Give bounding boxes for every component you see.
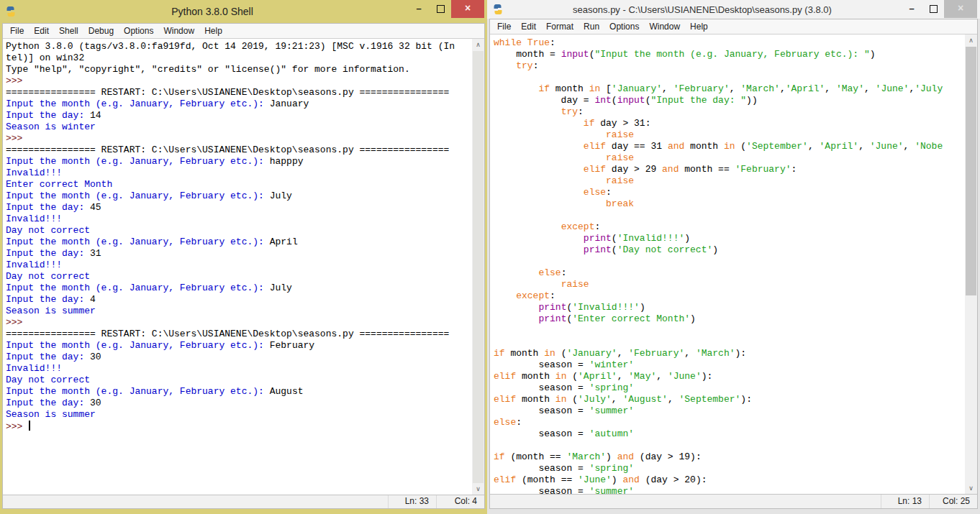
editor-text-area[interactable]: while True: month = input("Input the mon… bbox=[490, 35, 965, 495]
text-segment: if bbox=[494, 451, 505, 462]
code-line: while True: bbox=[494, 37, 965, 49]
text-segment: ( bbox=[555, 348, 567, 359]
text-segment: and bbox=[668, 141, 684, 152]
text-segment: ): bbox=[702, 371, 713, 382]
text-segment: : bbox=[594, 221, 600, 232]
text-segment: ================ RESTART: C:\Users\USIAN… bbox=[6, 329, 449, 339]
text-segment: , bbox=[617, 348, 629, 359]
text-segment: if bbox=[494, 348, 505, 359]
code-line: elif day > 29 and month == 'February': bbox=[494, 164, 965, 175]
code-line: elif month in ('April', 'May', 'June'): bbox=[494, 371, 965, 382]
text-segment: Day not correct bbox=[6, 375, 90, 385]
close-button[interactable]: × bbox=[944, 0, 977, 18]
text-segment: 'March' bbox=[696, 348, 735, 359]
maximize-button[interactable] bbox=[430, 0, 451, 18]
idle-icon[interactable] bbox=[5, 6, 17, 17]
text-segment: Input the day: bbox=[6, 202, 90, 213]
scrollbar-thumb[interactable] bbox=[966, 47, 976, 295]
shell-panel: FileEditShellDebugOptionsWindowHelp Pyth… bbox=[2, 23, 485, 509]
menu-item-edit[interactable]: Edit bbox=[29, 24, 54, 38]
text-segment: >>> bbox=[6, 133, 22, 144]
shell-line: ================ RESTART: C:\Users\USIAN… bbox=[6, 329, 472, 340]
shell-scrollbar[interactable]: ∧ ∨ bbox=[472, 39, 484, 495]
shell-line: Day not correct bbox=[6, 225, 472, 237]
shell-line: Input the month (e.g. January, February … bbox=[6, 191, 472, 202]
scrollbar-thumb[interactable] bbox=[473, 51, 484, 483]
code-line bbox=[494, 256, 965, 267]
idle-icon[interactable] bbox=[492, 4, 504, 15]
maximize-button[interactable] bbox=[922, 0, 944, 18]
scroll-up-icon[interactable]: ∧ bbox=[472, 39, 484, 51]
menu-item-format[interactable]: Format bbox=[541, 19, 579, 34]
minimize-button[interactable]: – bbox=[901, 0, 922, 18]
shell-line: Season is summer bbox=[6, 306, 472, 317]
minimize-button[interactable]: – bbox=[408, 0, 430, 18]
menu-item-file[interactable]: File bbox=[492, 19, 516, 34]
shell-line: Input the month (e.g. January, February … bbox=[6, 283, 472, 294]
text-segment: tel)] on win32 bbox=[6, 52, 84, 63]
text-segment bbox=[494, 106, 561, 117]
text-segment: "Input the month (e.g. January, February… bbox=[594, 49, 869, 60]
menu-item-help[interactable]: Help bbox=[685, 19, 713, 34]
text-segment: day = bbox=[494, 95, 594, 106]
shell-line: tel)] on win32 bbox=[6, 52, 472, 64]
code-line: if (month == 'March') and (day > 19): bbox=[494, 451, 965, 463]
text-segment bbox=[494, 152, 606, 163]
text-segment: day == 31 bbox=[606, 141, 668, 152]
line-indicator: Ln: 13 bbox=[881, 495, 929, 508]
text-segment: 'July bbox=[915, 83, 943, 94]
menu-item-options[interactable]: Options bbox=[604, 19, 644, 34]
shell-line: Season is summer bbox=[6, 409, 472, 421]
menu-item-shell[interactable]: Shell bbox=[54, 24, 83, 38]
text-segment: 'February' bbox=[673, 83, 730, 94]
scroll-down-icon[interactable]: ∨ bbox=[472, 483, 484, 495]
text-segment: : bbox=[533, 60, 539, 71]
shell-line: >>> bbox=[6, 317, 472, 329]
text-segment: season = bbox=[494, 428, 589, 439]
text-segment: raise bbox=[606, 175, 634, 186]
column-indicator: Col: 25 bbox=[929, 495, 977, 508]
menu-item-window[interactable]: Window bbox=[644, 19, 685, 34]
text-segment: month bbox=[516, 371, 555, 382]
code-line bbox=[494, 336, 965, 348]
text-segment: , bbox=[617, 371, 629, 382]
shell-line: Input the month (e.g. January, February … bbox=[6, 156, 472, 167]
line-indicator: Ln: 33 bbox=[388, 495, 436, 508]
editor-scrollbar[interactable]: ∧ ∨ bbox=[965, 35, 977, 495]
text-segment: ( bbox=[612, 233, 617, 244]
menu-item-run[interactable]: Run bbox=[579, 19, 604, 34]
menu-item-help[interactable]: Help bbox=[199, 24, 227, 38]
menu-item-debug[interactable]: Debug bbox=[83, 24, 119, 38]
text-segment: , bbox=[730, 83, 741, 94]
code-line: else: bbox=[494, 187, 965, 198]
menu-item-options[interactable]: Options bbox=[119, 24, 158, 38]
code-line: day = int(input("Input the day: ")) bbox=[494, 95, 965, 106]
menu-item-file[interactable]: File bbox=[5, 24, 29, 38]
text-segment: >>> bbox=[6, 421, 28, 432]
menu-item-window[interactable]: Window bbox=[158, 24, 199, 38]
shell-line: Input the month (e.g. January, February … bbox=[6, 237, 472, 248]
text-segment bbox=[494, 118, 584, 129]
text-segment: and bbox=[622, 474, 639, 485]
shell-text-area[interactable]: Python 3.8.0 (tags/v3.8.0:fa919fd, Oct 1… bbox=[3, 39, 472, 495]
text-segment: Season is summer bbox=[6, 409, 96, 420]
text-segment: in bbox=[555, 371, 567, 382]
text-segment: Input the month (e.g. January, February … bbox=[6, 340, 270, 351]
text-segment bbox=[494, 83, 538, 94]
scroll-down-icon[interactable]: ∨ bbox=[965, 482, 977, 495]
menu-item-edit[interactable]: Edit bbox=[516, 19, 541, 34]
text-segment: ) bbox=[612, 474, 623, 485]
shell-line: Input the month (e.g. January, February … bbox=[6, 98, 472, 110]
text-segment: 'September' bbox=[679, 394, 741, 405]
text-segment: input bbox=[617, 95, 645, 106]
text-segment: 'June' bbox=[668, 371, 702, 382]
text-segment: 'May' bbox=[836, 83, 864, 94]
close-button[interactable]: × bbox=[451, 0, 484, 18]
text-segment: print bbox=[584, 233, 612, 244]
text-segment: , bbox=[780, 83, 786, 94]
text-segment: 'June' bbox=[578, 474, 612, 485]
text-segment: print bbox=[584, 244, 612, 255]
text-segment: Season is summer bbox=[6, 306, 96, 316]
code-line bbox=[494, 210, 965, 221]
scroll-up-icon[interactable]: ∧ bbox=[965, 35, 977, 47]
